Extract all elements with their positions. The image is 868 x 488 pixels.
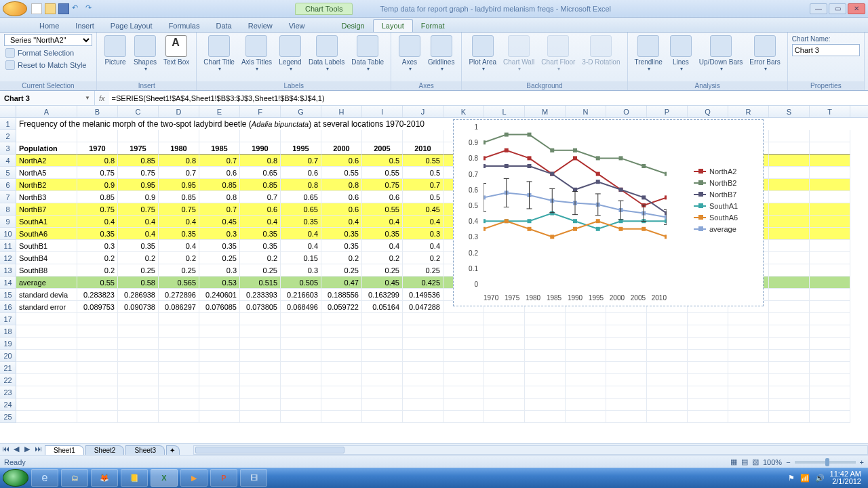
tray-clock[interactable]: 11:42 AM2/1/2012: [830, 470, 861, 485]
group-properties: Chart Name: Properties: [788, 33, 865, 90]
formula-bar: Chart 3▼ fx: [0, 91, 868, 106]
data-labels-button[interactable]: Data Labels: [306, 34, 347, 73]
format-selection-button[interactable]: Format Selection: [4, 47, 92, 58]
sheet-tab-1[interactable]: Sheet1: [45, 445, 84, 455]
view-normal-icon[interactable]: ▦: [730, 458, 737, 466]
svg-rect-4: [573, 156, 577, 160]
axes-button[interactable]: Axes: [395, 34, 424, 73]
svg-rect-19: [505, 164, 509, 168]
tab-formulas[interactable]: Formulas: [161, 20, 208, 32]
picture-button[interactable]: Picture: [101, 34, 130, 67]
svg-rect-40: [573, 227, 577, 231]
text-box-button[interactable]: AText Box: [161, 34, 192, 67]
rotation-3d-button[interactable]: 3-D Rotation: [579, 34, 623, 67]
lines-button[interactable]: Lines: [667, 34, 695, 73]
trendline-button[interactable]: Trendline: [632, 34, 665, 73]
data-table-button[interactable]: Data Table: [349, 34, 387, 73]
svg-rect-41: [596, 219, 600, 223]
status-ready: Ready: [4, 458, 26, 466]
svg-rect-39: [550, 235, 554, 239]
group-labels: Chart Title Axis Titles Legend Data Labe…: [197, 33, 391, 90]
tab-design[interactable]: Design: [333, 20, 372, 32]
view-page-layout-icon[interactable]: ▤: [741, 458, 748, 466]
tab-format[interactable]: Format: [413, 20, 453, 32]
chart-element-selector[interactable]: Series "NorthA2": [4, 34, 92, 46]
sheet-tab-3[interactable]: Sheet3: [125, 445, 165, 455]
axis-titles-button[interactable]: Axis Titles: [239, 34, 275, 73]
tray-network-icon[interactable]: 📶: [800, 474, 810, 483]
group-axes: Axes Gridlines Axes: [391, 33, 462, 90]
tab-home[interactable]: Home: [31, 20, 67, 32]
new-icon[interactable]: [31, 3, 42, 14]
view-page-break-icon[interactable]: ▧: [752, 458, 759, 466]
svg-rect-31: [573, 219, 577, 223]
save-icon[interactable]: [58, 3, 69, 14]
taskbar-firefox-icon[interactable]: 🦊: [91, 469, 118, 487]
sheet-nav-last[interactable]: ⏭: [33, 445, 43, 455]
svg-rect-12: [550, 148, 554, 152]
tray-volume-icon[interactable]: 🔊: [815, 474, 825, 483]
tray-flag-icon[interactable]: ⚑: [788, 474, 795, 483]
sheet-nav-prev[interactable]: ◀: [11, 445, 22, 455]
undo-icon[interactable]: ↶: [72, 3, 83, 14]
taskbar-ie-icon[interactable]: e: [31, 469, 58, 487]
chart-title-button[interactable]: Chart Title: [201, 34, 237, 73]
redo-icon[interactable]: ↷: [85, 3, 96, 14]
minimize-button[interactable]: —: [810, 3, 827, 14]
chart-floor-button[interactable]: Chart Floor: [538, 34, 578, 73]
taskbar-media-icon[interactable]: ▶: [180, 469, 208, 487]
svg-rect-9: [484, 140, 486, 144]
close-button[interactable]: ✕: [848, 3, 865, 14]
window-title: Temp data for report graph - ladybird me…: [380, 5, 611, 13]
fx-icon[interactable]: fx: [95, 94, 109, 102]
zoom-in-button[interactable]: +: [860, 458, 864, 466]
office-button[interactable]: [3, 1, 27, 16]
svg-rect-37: [505, 219, 509, 223]
zoom-out-button[interactable]: −: [786, 458, 790, 466]
svg-rect-43: [642, 227, 646, 231]
tab-page-layout[interactable]: Page Layout: [102, 20, 161, 32]
taskbar-powerpoint-icon[interactable]: P: [210, 469, 237, 487]
start-button[interactable]: [3, 469, 28, 487]
svg-rect-14: [596, 156, 600, 160]
maximize-button[interactable]: ▭: [829, 3, 846, 14]
svg-rect-13: [573, 148, 577, 152]
tab-data[interactable]: Data: [208, 20, 239, 32]
tab-insert[interactable]: Insert: [67, 20, 102, 32]
tab-layout[interactable]: Layout: [373, 19, 413, 32]
updown-bars-button[interactable]: Up/Down Bars: [696, 34, 745, 73]
embedded-chart[interactable]: 00.10.20.30.40.50.60.70.80.91 1970197519…: [453, 119, 764, 306]
chart-wall-button[interactable]: Chart Wall: [500, 34, 537, 73]
sheet-tab-2[interactable]: Sheet2: [85, 445, 125, 455]
sheet-tab-new[interactable]: ✦: [166, 445, 180, 455]
svg-rect-27: [484, 219, 486, 223]
shapes-button[interactable]: Shapes: [131, 34, 159, 73]
svg-rect-18: [484, 164, 486, 168]
plot-area-button[interactable]: Plot Area: [466, 34, 499, 73]
zoom-level[interactable]: 100%: [763, 458, 782, 466]
taskbar-excel-icon[interactable]: X: [151, 469, 178, 487]
svg-rect-44: [665, 235, 667, 239]
taskbar-video-icon[interactable]: 🎞: [240, 469, 267, 487]
taskbar-notes-icon[interactable]: 📒: [121, 469, 148, 487]
spreadsheet-grid[interactable]: ABCDEFGHIJKLMNOPQRST 1Frequency of the m…: [0, 106, 868, 443]
gridlines-button[interactable]: Gridlines: [425, 34, 457, 73]
tab-view[interactable]: View: [281, 20, 313, 32]
name-box[interactable]: Chart 3▼: [0, 91, 95, 105]
tab-review[interactable]: Review: [240, 20, 281, 32]
formula-input[interactable]: [109, 91, 868, 105]
taskbar-explorer-icon[interactable]: 🗂: [61, 469, 88, 487]
sheet-nav-first[interactable]: ⏮: [0, 445, 11, 455]
sheet-nav-next[interactable]: ▶: [22, 445, 33, 455]
chart-tools-label: Chart Tools: [295, 3, 353, 15]
reset-to-match-style-button[interactable]: Reset to Match Style: [4, 60, 92, 70]
chart-name-input[interactable]: [792, 44, 860, 56]
zoom-slider[interactable]: [795, 461, 856, 464]
group-analysis: Trendline Lines Up/Down Bars Error Bars …: [628, 33, 788, 90]
legend-button[interactable]: Legend: [276, 34, 304, 73]
system-tray[interactable]: ⚑ 📶 🔊 11:42 AM2/1/2012: [788, 470, 865, 485]
horizontal-scrollbar[interactable]: [193, 445, 868, 455]
error-bars-button[interactable]: Error Bars: [747, 34, 783, 73]
open-icon[interactable]: [45, 3, 56, 14]
quick-access-toolbar: ↶ ↷: [31, 3, 96, 14]
